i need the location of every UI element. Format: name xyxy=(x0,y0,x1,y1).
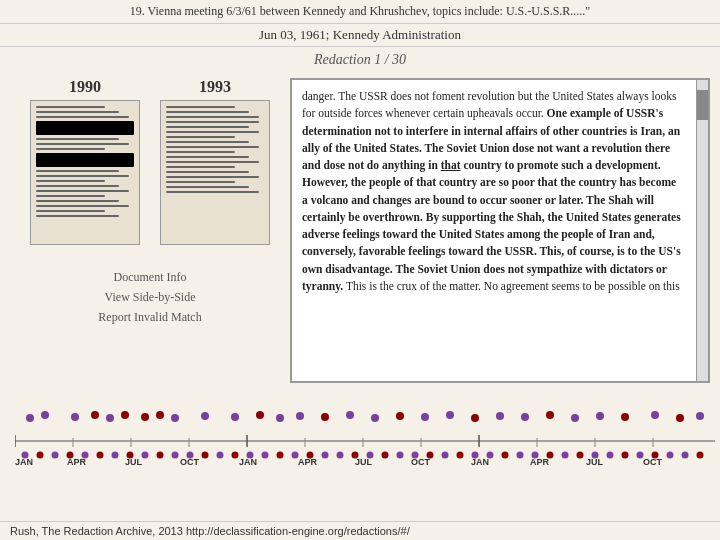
subtitle: Jun 03, 1961; Kennedy Administration xyxy=(0,24,720,47)
dot xyxy=(651,411,659,419)
redaction-counter: Redaction 1 / 30 xyxy=(0,47,720,73)
doc-thumbnails: 1990 xyxy=(30,78,270,245)
svg-point-40 xyxy=(442,452,449,459)
svg-point-44 xyxy=(502,452,509,459)
month-oct-1962: OCT xyxy=(411,457,431,467)
svg-point-48 xyxy=(562,452,569,459)
dot xyxy=(256,411,264,419)
svg-point-56 xyxy=(682,452,689,459)
dot xyxy=(696,412,704,420)
dot xyxy=(121,411,129,419)
svg-point-51 xyxy=(607,452,614,459)
svg-point-33 xyxy=(337,452,344,459)
top-header: 19. Vienna meeting 6/3/61 between Kenned… xyxy=(0,0,720,24)
month-jan-1962: JAN xyxy=(239,457,257,467)
dot xyxy=(41,411,49,419)
header-quote: U.S.-U.S.S.R....." xyxy=(506,4,590,18)
dot xyxy=(231,413,239,421)
svg-point-14 xyxy=(52,452,59,459)
dot xyxy=(156,411,164,419)
svg-point-36 xyxy=(382,452,389,459)
footer-citation: Rush, The Redaction Archive, 2013 http:/… xyxy=(10,525,410,537)
svg-point-37 xyxy=(397,452,404,459)
month-jan-1963: JAN xyxy=(471,457,489,467)
document-text-box: danger. The USSR does not foment revolut… xyxy=(290,78,710,383)
doc-1990-group: 1990 xyxy=(30,78,140,245)
dot xyxy=(201,412,209,420)
dot xyxy=(26,414,34,422)
dot xyxy=(596,412,604,420)
dot xyxy=(421,413,429,421)
dot xyxy=(446,411,454,419)
svg-point-29 xyxy=(277,452,284,459)
month-apr-1963: APR xyxy=(530,457,550,467)
dot xyxy=(571,414,579,422)
svg-point-41 xyxy=(457,452,464,459)
month-oct-1963: OCT xyxy=(643,457,663,467)
svg-point-55 xyxy=(667,452,674,459)
dot xyxy=(171,414,179,422)
svg-point-32 xyxy=(322,452,329,459)
dot xyxy=(371,414,379,422)
left-panel: 1990 xyxy=(10,78,290,398)
date-line: Jun 03, 1961; Kennedy Administration xyxy=(259,27,461,42)
doc-1990-year: 1990 xyxy=(69,78,101,96)
left-links: Document Info View Side-by-Side Report I… xyxy=(98,270,201,325)
document-text-content: danger. The USSR does not foment revolut… xyxy=(302,88,698,295)
svg-point-24 xyxy=(202,452,209,459)
dot xyxy=(546,411,554,419)
svg-point-28 xyxy=(262,452,269,459)
dot xyxy=(106,414,114,422)
document-info-link[interactable]: Document Info xyxy=(114,270,187,285)
dot xyxy=(396,412,404,420)
svg-point-21 xyxy=(157,452,164,459)
svg-point-49 xyxy=(577,452,584,459)
svg-point-20 xyxy=(142,452,149,459)
dot xyxy=(521,413,529,421)
timeline-svg: JAN APR JUL OCT JAN APR JUL OCT JAN APR … xyxy=(15,403,715,468)
dot xyxy=(91,411,99,419)
svg-point-45 xyxy=(517,452,524,459)
scrollbar-thumb[interactable] xyxy=(697,90,708,120)
month-apr-1961: APR xyxy=(67,457,87,467)
report-invalid-match-link[interactable]: Report Invalid Match xyxy=(98,310,201,325)
month-jul-1961: JUL xyxy=(125,457,143,467)
svg-point-17 xyxy=(97,452,104,459)
svg-point-52 xyxy=(622,452,629,459)
right-panel: danger. The USSR does not foment revolut… xyxy=(290,78,710,398)
doc-1990-thumbnail[interactable] xyxy=(30,100,140,245)
footer: Rush, The Redaction Archive, 2013 http:/… xyxy=(0,521,720,540)
dot xyxy=(676,414,684,422)
dot xyxy=(276,414,284,422)
svg-point-13 xyxy=(37,452,44,459)
dot xyxy=(321,413,329,421)
month-apr-1962: APR xyxy=(298,457,318,467)
month-jul-1962: JUL xyxy=(355,457,373,467)
dot xyxy=(296,412,304,420)
svg-point-26 xyxy=(232,452,239,459)
scrollbar[interactable] xyxy=(696,80,708,381)
dot xyxy=(71,413,79,421)
dot xyxy=(471,414,479,422)
doc-1993-group: 1993 xyxy=(160,78,270,245)
dot xyxy=(621,413,629,421)
month-oct-1961: OCT xyxy=(180,457,200,467)
view-side-by-side-link[interactable]: View Side-by-Side xyxy=(105,290,196,305)
header-title: 19. Vienna meeting 6/3/61 between Kenned… xyxy=(130,4,503,18)
month-jan-1961: JAN xyxy=(15,457,33,467)
doc-1993-thumbnail[interactable] xyxy=(160,100,270,245)
svg-point-22 xyxy=(172,452,179,459)
dot xyxy=(496,412,504,420)
dot xyxy=(141,413,149,421)
doc-1993-year: 1993 xyxy=(199,78,231,96)
svg-point-18 xyxy=(112,452,119,459)
dot xyxy=(346,411,354,419)
timeline-wrapper: JAN APR JUL OCT JAN APR JUL OCT JAN APR … xyxy=(0,403,720,473)
month-jul-1963: JUL xyxy=(586,457,604,467)
svg-point-57 xyxy=(697,452,704,459)
svg-point-25 xyxy=(217,452,224,459)
